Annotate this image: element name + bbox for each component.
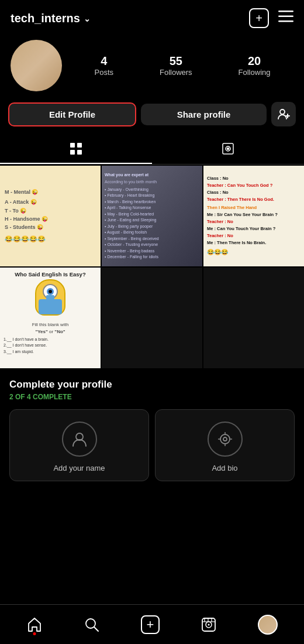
complete-profile-title: Complete your profile: [9, 379, 295, 390]
svg-point-3: [280, 109, 285, 114]
grid-item-5: [102, 268, 202, 368]
svg-rect-6: [70, 143, 75, 148]
nav-reels[interactable]: [201, 616, 217, 633]
svg-rect-7: [77, 143, 82, 148]
avatar[interactable]: [11, 40, 62, 91]
chevron-down-icon: ⌄: [84, 14, 91, 23]
svg-rect-8: [70, 150, 75, 155]
complete-profile-section: Complete your profile 2 OF 4 COMPLETE Ad…: [0, 368, 304, 488]
followers-stat[interactable]: 55 Followers: [160, 54, 192, 77]
complete-profile-subtitle: 2 OF 4 COMPLETE: [9, 393, 295, 401]
followers-count: 55: [170, 54, 182, 68]
username-area[interactable]: tech_interns ⌄: [11, 12, 91, 25]
svg-rect-9: [77, 150, 82, 155]
bottom-nav: +: [0, 604, 304, 644]
nav-search[interactable]: [84, 616, 100, 633]
nav-home[interactable]: [26, 616, 43, 633]
svg-point-24: [208, 624, 210, 625]
action-buttons: Edit Profile Share profile: [0, 102, 304, 135]
tab-tagged[interactable]: [152, 135, 304, 164]
grid-item-4[interactable]: Who Said English Is Easy?: [0, 268, 101, 368]
add-person-button[interactable]: [271, 102, 296, 126]
nav-new-post[interactable]: +: [141, 615, 160, 634]
content-tabs: [0, 135, 304, 165]
svg-rect-1: [278, 16, 293, 18]
edit-profile-button[interactable]: Edit Profile: [8, 102, 136, 126]
complete-profile-cards: Add your name Add bio: [9, 409, 295, 481]
tab-grid[interactable]: [0, 135, 152, 164]
add-bio-icon-circle: [208, 422, 243, 457]
add-name-label: Add your name: [53, 464, 105, 472]
nav-profile[interactable]: [258, 615, 278, 635]
svg-point-12: [227, 148, 229, 150]
followers-label: Followers: [160, 68, 192, 77]
add-name-icon-circle: [62, 422, 97, 457]
photo-grid: M - Mental 😜 A - Attack 😜 T - To 😜 H - H…: [0, 166, 304, 368]
complete-card-bio[interactable]: Add bio: [155, 409, 295, 481]
svg-rect-0: [278, 11, 293, 12]
menu-icon[interactable]: [278, 11, 293, 26]
home-notification-dot: [33, 632, 36, 635]
following-stat[interactable]: 20 Following: [239, 54, 271, 77]
grid-item-1[interactable]: M - Mental 😜 A - Attack 😜 T - To 😜 H - H…: [0, 166, 101, 266]
svg-point-14: [220, 434, 230, 444]
top-bar-actions: +: [249, 8, 293, 28]
posts-stat[interactable]: 4 Posts: [94, 54, 113, 77]
following-count: 20: [248, 54, 261, 68]
top-bar: tech_interns ⌄ +: [0, 0, 304, 34]
following-label: Following: [239, 68, 271, 77]
share-profile-button[interactable]: Share profile: [141, 104, 267, 125]
svg-rect-2: [278, 20, 293, 22]
nav-profile-avatar: [258, 615, 278, 635]
complete-card-name[interactable]: Add your name: [9, 409, 149, 481]
svg-point-15: [223, 437, 227, 441]
stats-row: 4 Posts 55 Followers 20 Following: [71, 54, 293, 77]
grid-item-6: [203, 268, 304, 368]
grid-item-2[interactable]: What you are expert at According to you …: [102, 166, 202, 266]
new-post-icon[interactable]: +: [249, 8, 269, 28]
profile-section: 4 Posts 55 Followers 20 Following: [0, 34, 304, 102]
posts-count: 4: [101, 54, 107, 68]
posts-label: Posts: [94, 68, 113, 77]
svg-line-21: [94, 627, 98, 631]
grid-item-3[interactable]: Class : No Teacher : Can You Touch God ?…: [203, 166, 304, 266]
add-bio-label: Add bio: [212, 464, 237, 472]
username: tech_interns: [11, 12, 80, 25]
